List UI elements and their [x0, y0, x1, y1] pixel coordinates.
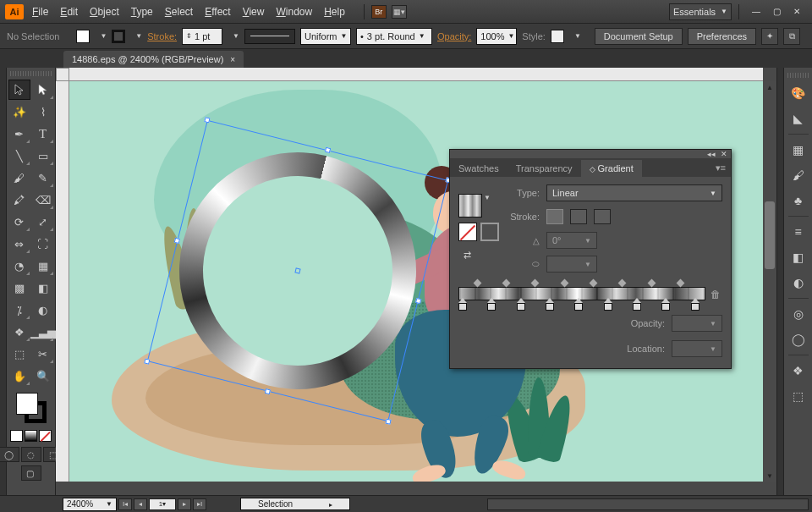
- chevron-down-icon[interactable]: ▼: [135, 32, 142, 40]
- menu-object[interactable]: Object: [90, 6, 119, 18]
- line-tool[interactable]: ╲: [8, 146, 30, 166]
- gradient-stop[interactable]: [517, 298, 525, 311]
- scroll-down-icon[interactable]: ▼: [763, 470, 776, 482]
- brushes-icon[interactable]: 🖌: [787, 165, 809, 185]
- opacity-field[interactable]: 100%▼: [476, 28, 517, 45]
- hand-tool[interactable]: ✋: [8, 366, 30, 386]
- artboard-first[interactable]: I◂: [118, 498, 132, 510]
- color-mode-gradient[interactable]: [25, 430, 37, 442]
- graphic-style-well[interactable]: [551, 30, 564, 43]
- direct-selection-tool[interactable]: [32, 80, 54, 100]
- width-tool[interactable]: ⇔: [8, 234, 30, 254]
- window-maximize[interactable]: ▢: [766, 5, 787, 19]
- window-minimize[interactable]: —: [746, 5, 766, 19]
- gradient-stop[interactable]: [458, 298, 467, 311]
- stroke-icon[interactable]: ≡: [787, 222, 809, 242]
- scrollbar-thumb[interactable]: [765, 201, 775, 269]
- panel-menu-icon[interactable]: ▾≡: [710, 159, 731, 177]
- lasso-tool[interactable]: ⌇: [32, 102, 54, 122]
- stroke-gradient-across[interactable]: [594, 209, 611, 224]
- pen-tool[interactable]: ✒: [8, 124, 30, 144]
- stroke-profile-name[interactable]: Uniform▼: [300, 28, 351, 45]
- appearance-icon[interactable]: ◎: [787, 304, 809, 324]
- symbols-icon[interactable]: ♣: [787, 190, 809, 211]
- gradient-stop[interactable]: [574, 298, 583, 311]
- resize-handle[interactable]: [204, 117, 210, 123]
- panel-collapse-icon[interactable]: ◂◂: [707, 150, 716, 158]
- opacity-label[interactable]: Opacity:: [437, 31, 471, 41]
- close-icon[interactable]: ×: [230, 55, 235, 64]
- stroke-gradient-along[interactable]: [570, 209, 587, 224]
- type-tool[interactable]: T: [32, 124, 54, 144]
- gradient-midpoint[interactable]: [560, 279, 568, 288]
- gradient-slider[interactable]: 🗑: [458, 280, 722, 311]
- ruler-origin[interactable]: [56, 68, 69, 81]
- stroke-weight-field[interactable]: ⇕1 pt: [182, 28, 222, 45]
- color-mode-none[interactable]: [39, 430, 52, 442]
- stroke-label[interactable]: Stroke:: [147, 31, 177, 41]
- menu-edit[interactable]: Edit: [60, 6, 78, 18]
- rotate-tool[interactable]: ⟳: [8, 212, 30, 232]
- gradient-fill-none[interactable]: [458, 223, 477, 241]
- window-close[interactable]: ✕: [787, 5, 807, 19]
- brush-definition[interactable]: •3 pt. Round▼: [356, 28, 432, 45]
- selection-center[interactable]: [294, 267, 300, 273]
- screen-mode[interactable]: ▢: [21, 465, 41, 481]
- menu-file[interactable]: File: [32, 6, 48, 18]
- pencil-tool[interactable]: ✎: [32, 168, 54, 188]
- left-dock-flap[interactable]: [0, 68, 7, 495]
- scrollbar-horizontal[interactable]: [487, 498, 809, 510]
- blend-tool[interactable]: ◐: [32, 300, 54, 320]
- stroke-gradient-within[interactable]: [546, 209, 563, 224]
- selection-tool[interactable]: [8, 80, 30, 100]
- menu-help[interactable]: Help: [324, 6, 345, 18]
- tab-gradient[interactable]: ◇Gradient: [581, 160, 642, 177]
- gradient-stop[interactable]: [604, 298, 612, 311]
- document-tab[interactable]: 14886.eps @ 2400% (RGB/Preview) ×: [63, 51, 244, 68]
- menu-select[interactable]: Select: [165, 6, 193, 18]
- document-setup-button[interactable]: Document Setup: [595, 28, 683, 45]
- free-transform-tool[interactable]: ⛶: [32, 234, 54, 254]
- gradient-midpoint[interactable]: [677, 279, 685, 288]
- scrollbar-vertical[interactable]: ▲ ▼: [763, 81, 776, 482]
- mesh-tool[interactable]: ▩: [8, 278, 30, 298]
- slice-tool[interactable]: ✂: [32, 344, 54, 364]
- draw-behind[interactable]: ◌: [21, 447, 41, 462]
- gradient-stop[interactable]: [691, 298, 700, 311]
- fill-stroke-control[interactable]: [14, 391, 48, 425]
- chevron-down-icon[interactable]: ▼: [484, 194, 491, 201]
- gradient-midpoint[interactable]: [618, 279, 627, 288]
- gradient-stop[interactable]: [633, 298, 641, 311]
- artboard-tool[interactable]: ⬚: [8, 344, 30, 364]
- tool-mode-display[interactable]: Selection ▸: [240, 498, 350, 510]
- stop-opacity-field[interactable]: ▼: [672, 315, 722, 332]
- gradient-panel[interactable]: ◂◂ ✕ Swatches Transparency ◇Gradient ▾≡ …: [449, 149, 732, 369]
- graphic-styles-icon[interactable]: ◯: [787, 329, 809, 350]
- delete-stop-icon[interactable]: 🗑: [710, 289, 722, 300]
- gradient-type-select[interactable]: Linear▼: [546, 184, 722, 201]
- eraser-tool[interactable]: ⌫: [32, 190, 54, 210]
- tab-swatches[interactable]: Swatches: [450, 160, 508, 177]
- column-graph-tool[interactable]: ▁▃▅: [32, 322, 54, 342]
- fill-swatch[interactable]: [16, 393, 38, 415]
- scale-tool[interactable]: ⤢: [32, 212, 54, 232]
- draw-normal[interactable]: ◯: [0, 447, 19, 462]
- panel-close-icon[interactable]: ✕: [721, 150, 727, 158]
- resize-handle[interactable]: [325, 147, 331, 153]
- stroke-color-well[interactable]: [112, 30, 125, 43]
- align-to-icon[interactable]: ✦: [761, 28, 778, 45]
- panel-grip[interactable]: [10, 71, 52, 76]
- symbol-sprayer-tool[interactable]: ❖: [8, 322, 30, 342]
- layers-icon[interactable]: ❖: [787, 361, 809, 381]
- gradient-icon[interactable]: ◧: [787, 247, 809, 267]
- gradient-tool[interactable]: ◧: [32, 278, 54, 298]
- ruler-vertical[interactable]: [56, 81, 69, 482]
- shape-builder-tool[interactable]: ◔: [8, 256, 30, 276]
- artboard-last[interactable]: ▸I: [193, 498, 206, 510]
- gradient-angle-field[interactable]: 0°▼: [546, 232, 597, 249]
- eyedropper-tool[interactable]: ⁒: [8, 300, 30, 320]
- tab-transparency[interactable]: Transparency: [508, 160, 581, 177]
- preferences-button[interactable]: Preferences: [688, 28, 756, 45]
- arrange-docs-icon[interactable]: ▦▾: [392, 5, 407, 19]
- menu-view[interactable]: View: [243, 6, 265, 18]
